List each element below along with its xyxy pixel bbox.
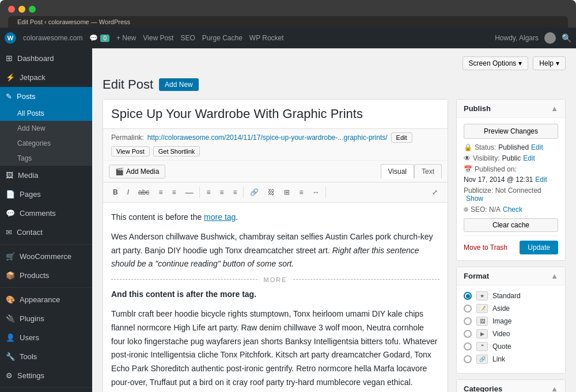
screen-options-button[interactable]: Screen Options ▾ (463, 56, 529, 70)
toolbar-ul[interactable]: ≡ (154, 186, 166, 199)
format-radio-aside[interactable] (464, 305, 472, 313)
post-title-input[interactable] (103, 100, 448, 129)
published-edit-link[interactable]: Edit (535, 176, 547, 184)
search-icon[interactable]: 🔍 (562, 33, 571, 43)
sidebar-item-tools[interactable]: 🔧 Tools (0, 347, 92, 366)
sidebar-item-tags[interactable]: Tags (0, 151, 92, 166)
tools-icon: 🔧 (6, 352, 15, 361)
sidebar-item-appearance[interactable]: 🎨 Appearance (0, 290, 92, 309)
admin-bar-view-post[interactable]: View Post (143, 34, 173, 42)
toolbar-align-right[interactable]: ≡ (229, 186, 241, 199)
sidebar-item-pages[interactable]: 📄 Pages (0, 185, 92, 204)
sidebar-label-woocommerce: WooCommerce (20, 252, 71, 261)
sidebar-item-products[interactable]: 📦 Products (0, 266, 92, 285)
sidebar-item-jetpack[interactable]: ⚡ Jetpack (0, 68, 92, 87)
format-toggle-icon[interactable]: ▲ (551, 272, 558, 280)
help-button[interactable]: Help ▾ (533, 56, 566, 70)
trash-link[interactable]: Move to Trash (464, 243, 507, 252)
format-radio-quote[interactable] (464, 342, 472, 351)
sidebar-item-media[interactable]: 🖼 Media (0, 166, 92, 185)
update-button[interactable]: Update (520, 241, 558, 254)
dot-red[interactable] (8, 6, 15, 13)
toolbar-fullscreen[interactable]: ↔ (308, 186, 323, 199)
status-value: Published (498, 143, 529, 151)
comment-count-badge: 0 (100, 35, 109, 42)
sidebar-item-categories[interactable]: Categories (0, 136, 92, 151)
text-tab[interactable]: Text (414, 164, 442, 178)
format-label-quote: Quote (492, 342, 511, 351)
sidebar-item-comments[interactable]: 💬 Comments (0, 204, 92, 223)
format-radio-image[interactable] (464, 317, 472, 325)
sidebar-item-add-new[interactable]: Add New (0, 121, 92, 136)
sidebar-label-jetpack: Jetpack (20, 73, 46, 82)
admin-bar-wp-rocket[interactable]: WP Rocket (249, 34, 284, 42)
format-metabox-content: ★ Standard 📝 Aside 🖼 Image (457, 286, 565, 373)
sidebar-item-contact[interactable]: ✉ Contact (0, 223, 92, 242)
format-option-video[interactable]: ▶ Video (464, 329, 558, 338)
sidebar-label-plugins: Plugins (20, 314, 44, 323)
toolbar-blockquote[interactable]: — (181, 185, 197, 199)
add-new-button[interactable]: Add New (159, 78, 199, 91)
format-option-standard[interactable]: ★ Standard (464, 291, 558, 300)
published-value: Nov 17, 2014 @ 12:31 (464, 176, 533, 184)
toolbar-italic[interactable]: I (123, 186, 133, 199)
format-radio-video[interactable] (464, 330, 472, 338)
sidebar-item-settings[interactable]: ⚙ Settings (0, 366, 92, 385)
permalink-edit-btn[interactable]: Edit (391, 132, 412, 143)
posts-icon: ✎ (6, 92, 12, 101)
page-title: Edit Post (103, 77, 153, 92)
add-media-button[interactable]: 🎬 Add Media (109, 165, 165, 178)
permalink-shortlink-btn[interactable]: Get Shortlink (153, 146, 200, 157)
wp-logo[interactable]: W (5, 32, 16, 44)
content-after-more-heading: And this content is after the more tag. (111, 288, 439, 302)
toolbar-align-left[interactable]: ≡ (202, 186, 214, 199)
toolbar-unlink[interactable]: ⛓ (264, 186, 279, 199)
preview-changes-button[interactable]: Preview Changes (464, 124, 558, 139)
toolbar-strikethrough[interactable]: abc (134, 186, 153, 199)
toolbar-expand[interactable]: ⤢ (428, 186, 442, 199)
status-edit-link[interactable]: Edit (531, 143, 543, 151)
woo-icon: 🛒 (6, 252, 15, 261)
content-para1: Wes Anderson chillwave Bushwick, chambra… (111, 230, 439, 271)
sidebar-item-all-posts[interactable]: All Posts (0, 106, 92, 121)
sidebar-item-woocommerce[interactable]: 🛒 WooCommerce (0, 247, 92, 266)
permalink-view-btn[interactable]: View Post (111, 146, 150, 157)
categories-toggle-icon[interactable]: ▲ (551, 385, 558, 392)
sidebar-item-plugins[interactable]: 🔌 Plugins (0, 309, 92, 328)
screen-options-chevron: ▾ (518, 59, 522, 67)
avatar[interactable] (544, 32, 556, 44)
toolbar-insert-more[interactable]: ⊞ (280, 186, 294, 199)
sidebar-item-posts[interactable]: ✎ Posts (0, 87, 92, 106)
dot-green[interactable] (29, 6, 36, 13)
format-radio-standard[interactable] (464, 292, 472, 300)
format-option-aside[interactable]: 📝 Aside (464, 304, 558, 313)
admin-bar-comments[interactable]: 💬 0 (89, 34, 109, 42)
dot-yellow[interactable] (18, 6, 25, 13)
toolbar-link[interactable]: 🔗 (246, 186, 263, 199)
visibility-edit-link[interactable]: Edit (523, 154, 535, 162)
clear-cache-button[interactable]: Clear cache (464, 218, 558, 232)
format-option-quote[interactable]: ❝ Quote (464, 342, 558, 351)
sidebar-item-dashboard[interactable]: ⊞ Dashboard (0, 48, 92, 68)
format-option-link[interactable]: 🔗 Link (464, 355, 558, 364)
sidebar-label-products: Products (20, 271, 49, 280)
toolbar-ol[interactable]: ≡ (168, 186, 180, 199)
permalink-url[interactable]: http://colorawesome.com/2014/11/17/spice… (147, 134, 388, 142)
editor-content[interactable]: This content is before the more tag. Wes… (103, 203, 448, 392)
visual-tab[interactable]: Visual (381, 164, 414, 178)
format-option-image[interactable]: 🖼 Image (464, 317, 558, 326)
toolbar-align-center[interactable]: ≡ (215, 186, 228, 199)
format-radio-link[interactable] (464, 355, 472, 363)
publicize-show-link[interactable]: Show (466, 195, 483, 203)
toolbar-bold[interactable]: B (109, 186, 122, 199)
admin-bar-new[interactable]: + New (116, 34, 136, 42)
admin-bar-seo[interactable]: SEO (180, 34, 195, 42)
sidebar-item-users[interactable]: 👤 Users (0, 328, 92, 347)
admin-bar-purge-cache[interactable]: Purge Cache (202, 34, 242, 42)
sidebar-label-dashboard: Dashboard (17, 54, 54, 63)
publish-toggle-icon[interactable]: ▲ (551, 104, 558, 113)
toolbar-spellcheck[interactable]: ≡ (295, 186, 307, 199)
format-label-link: Link (492, 355, 505, 363)
seo-check-link[interactable]: Check (503, 205, 522, 214)
admin-bar-site[interactable]: colorawesome.com (23, 34, 82, 42)
